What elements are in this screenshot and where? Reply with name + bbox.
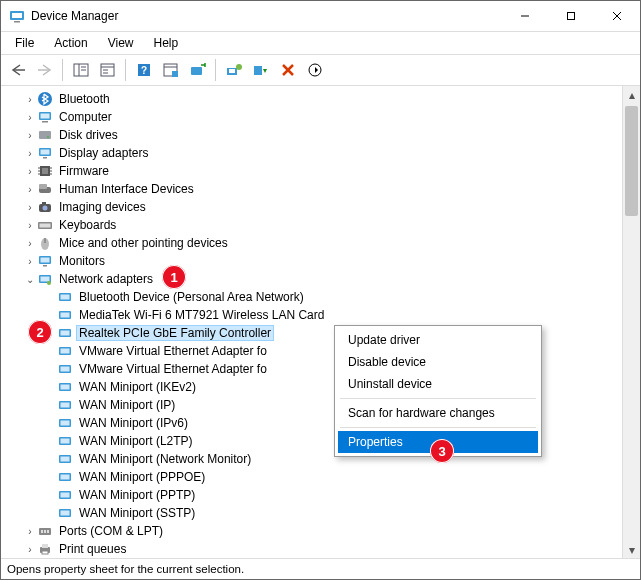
- svg-rect-60: [41, 277, 50, 282]
- expand-chevron-icon[interactable]: ›: [23, 202, 37, 213]
- network-adapter-icon: [57, 343, 73, 359]
- annotation-badge-2: 2: [28, 320, 52, 344]
- tree-device-label: Bluetooth Device (Personal Area Network): [77, 290, 306, 304]
- tree-device-item[interactable]: ·WAN Miniport (PPTP): [7, 486, 622, 504]
- action-button[interactable]: [158, 58, 183, 83]
- tree-device-item[interactable]: ·Bluetooth Device (Personal Area Network…: [7, 288, 622, 306]
- back-button[interactable]: [5, 58, 30, 83]
- show-hide-console-tree-button[interactable]: [68, 58, 93, 83]
- vertical-scrollbar[interactable]: ▴ ▾: [622, 86, 640, 558]
- properties-button[interactable]: [95, 58, 120, 83]
- tree-device-label: WAN Miniport (PPPOE): [77, 470, 207, 484]
- context-menu-separator: [340, 398, 536, 399]
- tree-device-label: VMware Virtual Ethernet Adapter fo: [77, 362, 269, 376]
- tree-category-ports[interactable]: ›Ports (COM & LPT): [7, 522, 622, 540]
- expand-chevron-icon[interactable]: ›: [23, 256, 37, 267]
- expand-chevron-icon[interactable]: ›: [23, 130, 37, 141]
- network-adapter-icon: [57, 415, 73, 431]
- expand-chevron-icon[interactable]: ›: [23, 526, 37, 537]
- disable-device-button[interactable]: [248, 58, 273, 83]
- svg-rect-33: [42, 121, 48, 123]
- scroll-thumb[interactable]: [625, 106, 638, 216]
- tree-category-label: Human Interface Devices: [57, 182, 196, 196]
- tree-category-label: Keyboards: [57, 218, 118, 232]
- expand-chevron-icon[interactable]: ›: [23, 148, 37, 159]
- collapse-chevron-icon[interactable]: ⌄: [23, 274, 37, 285]
- svg-rect-75: [61, 403, 70, 408]
- network-adapter-icon: [57, 289, 73, 305]
- menubar: File Action View Help: [1, 32, 640, 54]
- device-tree[interactable]: ›Bluetooth›Computer›Disk drives›Display …: [1, 86, 622, 558]
- expand-chevron-icon[interactable]: ›: [23, 112, 37, 123]
- network-adapter-icon: [57, 451, 73, 467]
- network-adapter-icon: [57, 397, 73, 413]
- tree-category-keyboards[interactable]: ›Keyboards: [7, 216, 622, 234]
- expand-chevron-icon[interactable]: ›: [23, 220, 37, 231]
- context-menu-item[interactable]: Update driver: [338, 329, 538, 351]
- svg-rect-26: [254, 66, 262, 75]
- tree-category-mice[interactable]: ›Mice and other pointing devices: [7, 234, 622, 252]
- tree-category-printq[interactable]: ›Print queues: [7, 540, 622, 558]
- expand-chevron-icon[interactable]: ›: [23, 94, 37, 105]
- tree-category-hid[interactable]: ›Human Interface Devices: [7, 180, 622, 198]
- context-menu-item[interactable]: Uninstall device: [338, 373, 538, 395]
- close-button[interactable]: [594, 1, 640, 31]
- tree-category-label: Mice and other pointing devices: [57, 236, 230, 250]
- uninstall-device-button[interactable]: [275, 58, 300, 83]
- svg-rect-37: [41, 150, 50, 155]
- tree-device-item[interactable]: ·WAN Miniport (PPPOE): [7, 468, 622, 486]
- tree-category-bluetooth[interactable]: ›Bluetooth: [7, 90, 622, 108]
- menu-action[interactable]: Action: [46, 34, 95, 52]
- forward-button[interactable]: [32, 58, 57, 83]
- annotation-badge-3: 3: [430, 439, 454, 463]
- content-area: ›Bluetooth›Computer›Disk drives›Display …: [1, 86, 640, 559]
- tree-category-imaging[interactable]: ›Imaging devices: [7, 198, 622, 216]
- tree-device-item[interactable]: ·MediaTek Wi-Fi 6 MT7921 Wireless LAN Ca…: [7, 306, 622, 324]
- svg-rect-69: [61, 349, 70, 354]
- tree-device-label: WAN Miniport (IPv6): [77, 416, 190, 430]
- tree-category-display[interactable]: ›Display adapters: [7, 144, 622, 162]
- svg-rect-48: [39, 184, 47, 189]
- menu-help[interactable]: Help: [146, 34, 187, 52]
- tree-category-monitors[interactable]: ›Monitors: [7, 252, 622, 270]
- tree-category-disk[interactable]: ›Disk drives: [7, 126, 622, 144]
- scan-hardware-button[interactable]: [185, 58, 210, 83]
- svg-rect-57: [41, 258, 50, 263]
- expand-chevron-icon[interactable]: ›: [23, 238, 37, 249]
- tree-category-label: Firmware: [57, 164, 111, 178]
- menu-file[interactable]: File: [7, 34, 42, 52]
- svg-rect-94: [42, 551, 48, 554]
- minimize-button[interactable]: [502, 1, 548, 31]
- device-manager-window: Device Manager File Action View Help ? ›…: [0, 0, 641, 580]
- menu-view[interactable]: View: [100, 34, 142, 52]
- tree-category-label: Display adapters: [57, 146, 150, 160]
- expand-chevron-icon[interactable]: ›: [23, 184, 37, 195]
- tree-category-network[interactable]: ⌄Network adapters: [7, 270, 622, 288]
- network-adapter-icon: [57, 433, 73, 449]
- scroll-down-arrow[interactable]: ▾: [623, 541, 640, 558]
- tree-category-label: Imaging devices: [57, 200, 148, 214]
- svg-rect-81: [61, 457, 70, 462]
- context-menu-item[interactable]: Disable device: [338, 351, 538, 373]
- svg-rect-85: [61, 493, 70, 498]
- svg-rect-51: [42, 202, 46, 205]
- mouse-icon: [37, 235, 53, 251]
- svg-rect-67: [61, 331, 70, 336]
- svg-rect-93: [42, 544, 48, 548]
- tree-category-firmware[interactable]: ›Firmware: [7, 162, 622, 180]
- update-driver-button[interactable]: [221, 58, 246, 83]
- context-menu-item[interactable]: Scan for hardware changes: [338, 402, 538, 424]
- expand-chevron-icon[interactable]: ›: [23, 544, 37, 555]
- tree-category-computer[interactable]: ›Computer: [7, 108, 622, 126]
- tree-device-item[interactable]: ·WAN Miniport (SSTP): [7, 504, 622, 522]
- tree-device-label: MediaTek Wi-Fi 6 MT7921 Wireless LAN Car…: [77, 308, 326, 322]
- enable-device-button[interactable]: [302, 58, 327, 83]
- help-button[interactable]: ?: [131, 58, 156, 83]
- keyboard-icon: [37, 217, 53, 233]
- maximize-button[interactable]: [548, 1, 594, 31]
- expand-chevron-icon[interactable]: ›: [23, 166, 37, 177]
- scroll-up-arrow[interactable]: ▴: [623, 86, 640, 103]
- svg-rect-21: [172, 71, 178, 77]
- tree-category-label: Disk drives: [57, 128, 120, 142]
- network-adapter-icon: [57, 307, 73, 323]
